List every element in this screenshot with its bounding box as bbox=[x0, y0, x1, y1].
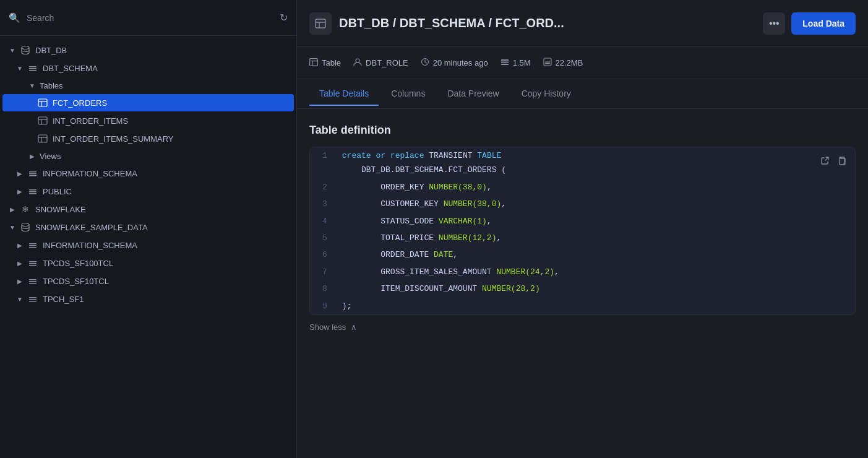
meta-role: DBT_ROLE bbox=[353, 58, 408, 68]
chevron-right-icon: ▶ bbox=[27, 151, 37, 161]
chevron-right-icon: ▶ bbox=[15, 240, 25, 250]
svg-rect-17 bbox=[29, 191, 37, 192]
table-icon bbox=[37, 115, 48, 126]
snowflake-icon: ❄ bbox=[20, 204, 31, 215]
chevron-right-icon: ▶ bbox=[15, 258, 25, 268]
sidebar-item-tpcds-sf100tcl[interactable]: ▶ TPCDS_SF100TCL bbox=[2, 254, 294, 272]
svg-rect-40 bbox=[501, 59, 509, 61]
header-actions: ••• Load Data bbox=[763, 12, 856, 35]
chevron-down-icon: ▼ bbox=[27, 80, 37, 90]
svg-rect-41 bbox=[501, 62, 509, 63]
sidebar-item-views[interactable]: ▶ Views bbox=[2, 148, 294, 164]
show-less-button[interactable]: Show less ∧ bbox=[309, 315, 856, 332]
more-options-button[interactable]: ••• bbox=[763, 12, 785, 35]
table-icon bbox=[37, 97, 48, 108]
chevron-up-icon: ∧ bbox=[351, 322, 357, 332]
schema-icon bbox=[27, 240, 38, 251]
main-panel: DBT_DB / DBT_SCHEMA / FCT_ORD... ••• Loa… bbox=[297, 0, 868, 458]
section-title: Table definition bbox=[309, 124, 856, 137]
tab-data-preview[interactable]: Data Preview bbox=[437, 82, 509, 106]
svg-rect-42 bbox=[501, 64, 509, 65]
search-text: Search bbox=[27, 13, 54, 23]
sidebar-item-int-order-items[interactable]: INT_ORDER_ITEMS bbox=[2, 112, 294, 129]
search-bar[interactable]: 🔍 Search ↻ bbox=[0, 0, 296, 36]
load-data-button[interactable]: Load Data bbox=[791, 12, 856, 35]
sidebar-item-snowflake[interactable]: ▶ ❄ SNOWFLAKE bbox=[2, 201, 294, 218]
table-header-icon bbox=[309, 12, 332, 35]
sidebar-item-label: INT_ORDER_ITEMS_SUMMARY bbox=[53, 134, 174, 144]
sidebar-item-public[interactable]: ▶ PUBLIC bbox=[2, 183, 294, 200]
sidebar-item-dbt-db[interactable]: ▼ DBT_DB bbox=[2, 41, 294, 59]
sidebar-item-tpch-sf1[interactable]: ▼ TPCH_SF1 bbox=[2, 290, 294, 308]
code-line: 1 create or replace TRANSIENT TABLE DBT_… bbox=[310, 147, 855, 179]
sidebar-item-fct-orders[interactable]: FCT_ORDERS bbox=[2, 94, 294, 111]
schema-icon bbox=[27, 168, 38, 179]
chevron-down-icon: ▼ bbox=[15, 294, 25, 304]
sidebar-item-label: SNOWFLAKE_SAMPLE_DATA bbox=[35, 223, 148, 232]
code-line: 2 ORDER_KEY NUMBER(38,0), bbox=[310, 179, 855, 196]
svg-rect-27 bbox=[29, 281, 37, 282]
sidebar-item-label: FCT_ORDERS bbox=[53, 98, 107, 108]
tab-table-details[interactable]: Table Details bbox=[309, 82, 379, 106]
copy-code-button[interactable] bbox=[836, 155, 848, 168]
meta-rows-label: 1.5M bbox=[513, 58, 531, 67]
meta-type-label: Table bbox=[322, 58, 341, 67]
sidebar-item-label: TPCH_SF1 bbox=[43, 295, 84, 304]
code-line: 9 ); bbox=[310, 298, 855, 314]
schema-icon bbox=[27, 275, 38, 287]
meta-time-label: 20 minutes ago bbox=[433, 58, 488, 67]
svg-rect-10 bbox=[38, 135, 47, 142]
svg-rect-4 bbox=[38, 99, 47, 106]
sidebar-item-label: INT_ORDER_ITEMS bbox=[53, 116, 128, 126]
svg-rect-22 bbox=[29, 247, 37, 248]
tabs: Table Details Columns Data Preview Copy … bbox=[297, 79, 868, 109]
main-header: DBT_DB / DBT_SCHEMA / FCT_ORD... ••• Loa… bbox=[297, 0, 868, 47]
svg-rect-16 bbox=[29, 189, 37, 191]
refresh-icon[interactable]: ↻ bbox=[280, 12, 288, 24]
svg-rect-32 bbox=[316, 19, 325, 28]
more-icon: ••• bbox=[769, 18, 780, 29]
sidebar-item-label: INFORMATION_SCHEMA bbox=[43, 241, 137, 250]
svg-rect-24 bbox=[29, 263, 37, 264]
sidebar-item-information-schema[interactable]: ▶ INFORMATION_SCHEMA bbox=[2, 165, 294, 182]
svg-point-19 bbox=[22, 223, 29, 227]
svg-rect-3 bbox=[29, 70, 37, 71]
sidebar-item-label: Tables bbox=[40, 81, 63, 90]
clock-icon bbox=[421, 58, 429, 68]
sidebar-item-tpcds-sf10tcl[interactable]: ▶ TPCDS_SF10TCL bbox=[2, 272, 294, 290]
sidebar-item-tables[interactable]: ▼ Tables bbox=[2, 77, 294, 93]
chevron-down-icon: ▼ bbox=[7, 45, 17, 55]
table-icon bbox=[37, 133, 48, 144]
tab-columns[interactable]: Columns bbox=[381, 82, 435, 106]
sidebar-item-dbt-schema[interactable]: ▼ DBT_SCHEMA bbox=[2, 59, 294, 77]
schema-icon bbox=[27, 63, 38, 74]
role-icon bbox=[353, 58, 362, 68]
sidebar-item-label: TPCDS_SF100TCL bbox=[43, 259, 113, 268]
tab-copy-history[interactable]: Copy History bbox=[512, 82, 581, 106]
svg-rect-2 bbox=[29, 68, 37, 69]
open-external-button[interactable] bbox=[819, 155, 831, 168]
code-line: 7 GROSS_ITEM_SALES_AMOUNT NUMBER(24,2), bbox=[310, 264, 855, 280]
sidebar-item-snowflake-sample-data[interactable]: ▼ SNOWFLAKE_SAMPLE_DATA bbox=[2, 218, 294, 236]
code-actions bbox=[819, 155, 848, 168]
code-line: 8 ITEM_DISCOUNT_AMOUNT NUMBER(28,2) bbox=[310, 280, 855, 297]
sidebar-item-label: SNOWFLAKE bbox=[35, 205, 86, 214]
meta-rows: 1.5M bbox=[501, 58, 531, 68]
svg-rect-21 bbox=[29, 245, 37, 246]
sidebar-item-label: DBT_DB bbox=[35, 46, 67, 55]
content-area: Table definition 1 create or replace TRA… bbox=[297, 109, 868, 458]
meta-role-label: DBT_ROLE bbox=[366, 58, 408, 67]
svg-rect-28 bbox=[29, 283, 37, 284]
svg-rect-1 bbox=[29, 66, 37, 67]
sidebar-item-ss-information-schema[interactable]: ▶ INFORMATION_SCHEMA bbox=[2, 236, 294, 254]
sidebar-item-label: INFORMATION_SCHEMA bbox=[43, 169, 137, 178]
code-table: 1 create or replace TRANSIENT TABLE DBT_… bbox=[310, 147, 855, 314]
svg-rect-13 bbox=[29, 171, 37, 173]
tree: ▼ DBT_DB ▼ DBT_SCHEMA ▼ Tables FCT_ORDER… bbox=[0, 36, 296, 458]
meta-type: Table bbox=[309, 58, 341, 68]
sidebar-item-int-order-items-summary[interactable]: INT_ORDER_ITEMS_SUMMARY bbox=[2, 130, 294, 147]
svg-rect-44 bbox=[545, 63, 550, 64]
sidebar-item-label: PUBLIC bbox=[43, 187, 72, 196]
chevron-down-icon: ▼ bbox=[15, 63, 25, 73]
chevron-right-icon: ▶ bbox=[15, 186, 25, 196]
